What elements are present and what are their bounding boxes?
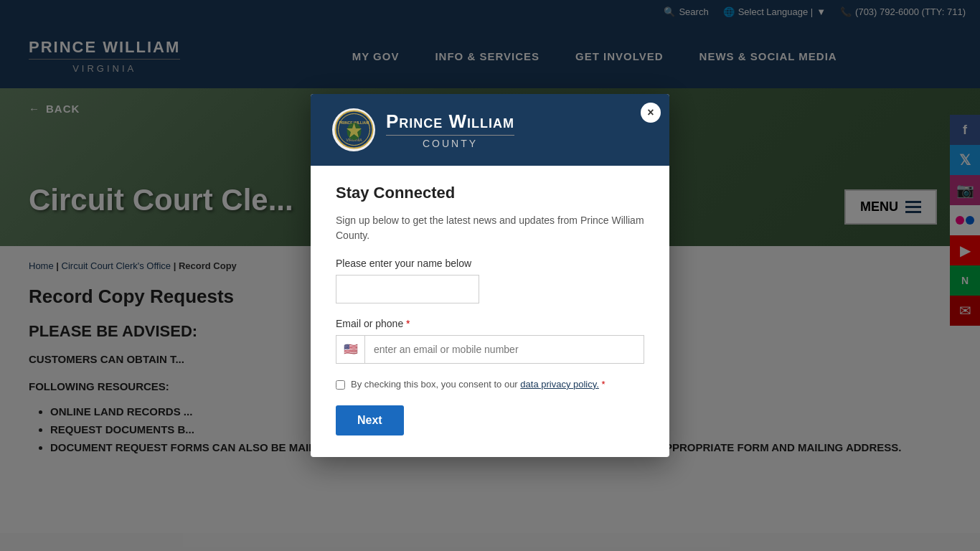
modal-title: Stay Connected [336,184,644,202]
consent-label: By checking this box, you consent to our… [351,378,606,391]
consent-checkbox[interactable] [336,380,345,390]
name-input[interactable] [336,275,479,303]
county-name: Prince William [386,110,514,133]
modal-overlay[interactable]: PRINCE WILLIAM VIRGINIA Prince William C… [0,0,980,551]
stay-connected-modal: PRINCE WILLIAM VIRGINIA Prince William C… [311,94,669,457]
consent-row: By checking this box, you consent to our… [336,378,644,391]
name-label: Please enter your name below [336,258,644,269]
modal-close-button[interactable]: × [641,103,661,123]
email-input[interactable] [364,335,644,364]
modal-description: Sign up below to get the latest news and… [336,213,644,243]
email-required: * [406,318,410,329]
email-row: 🇺🇸 [336,335,644,364]
county-sub: County [386,135,514,149]
modal-body: Stay Connected Sign up below to get the … [311,166,669,457]
modal-logo-text: Prince William County [386,110,514,149]
privacy-policy-link[interactable]: data privacy policy. [520,379,599,390]
consent-required: * [602,379,606,390]
county-seal: PRINCE WILLIAM VIRGINIA [332,108,375,151]
next-button[interactable]: Next [336,405,404,435]
modal-header: PRINCE WILLIAM VIRGINIA Prince William C… [311,94,669,166]
country-flag: 🇺🇸 [336,335,364,364]
email-label: Email or phone * [336,318,644,329]
